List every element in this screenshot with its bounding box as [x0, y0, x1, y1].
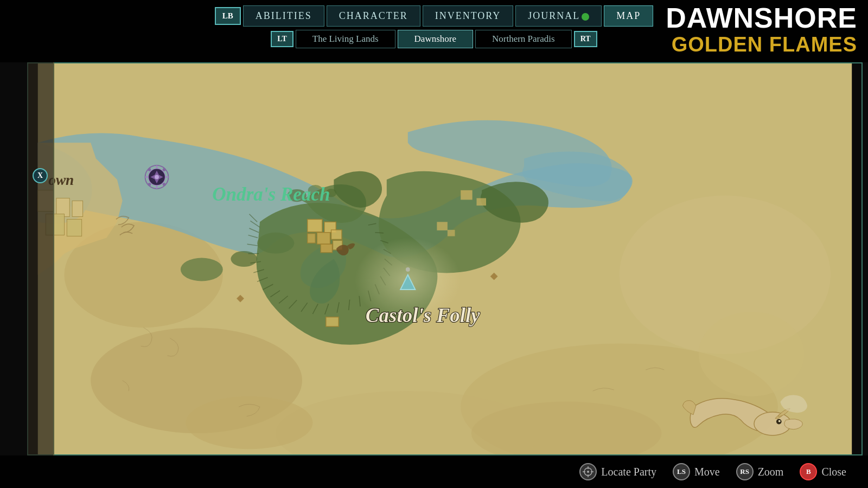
journal-notification-dot — [582, 13, 589, 21]
left-panel — [27, 62, 54, 455]
lt-button[interactable]: LT — [271, 31, 293, 47]
title-block: DAWNSHORE GOLDEN FLAMES — [666, 3, 857, 56]
svg-point-80 — [778, 420, 781, 422]
svg-text:Castol's Folly: Castol's Folly — [366, 304, 480, 326]
svg-rect-27 — [317, 233, 330, 244]
svg-rect-28 — [331, 230, 342, 240]
zoom-action: RS Zoom — [736, 463, 784, 480]
svg-point-74 — [163, 168, 166, 171]
nav-row-primary: LB ABILITIES CHARACTER INVENTORY JOURNAL… — [215, 5, 654, 27]
b-button[interactable]: B — [800, 463, 817, 480]
svg-rect-21 — [461, 190, 472, 200]
nav-inventory[interactable]: INVENTORY — [423, 5, 514, 27]
rt-button[interactable]: RT — [574, 31, 597, 47]
map-container[interactable]: own — [27, 62, 863, 455]
svg-rect-24 — [448, 230, 455, 236]
svg-rect-25 — [308, 219, 322, 232]
svg-rect-30 — [321, 244, 332, 253]
svg-point-76 — [163, 183, 166, 186]
svg-point-17 — [181, 258, 223, 281]
svg-line-59 — [375, 233, 384, 233]
svg-rect-23 — [437, 222, 447, 230]
nav-abilities[interactable]: ABILITIES — [243, 5, 324, 27]
ls-button[interactable]: LS — [673, 463, 690, 480]
svg-point-77 — [148, 183, 151, 186]
svg-rect-13 — [67, 219, 81, 236]
close-action: B Close — [800, 463, 846, 480]
locate-party-action[interactable]: Locate Party — [579, 463, 656, 480]
svg-point-63 — [406, 267, 410, 272]
tab-dawnshore[interactable]: Dawnshore — [398, 30, 473, 48]
svg-rect-29 — [308, 234, 316, 243]
svg-rect-11 — [72, 201, 82, 216]
top-navigation: LB ABILITIES CHARACTER INVENTORY JOURNAL… — [0, 0, 868, 62]
locate-party-button[interactable] — [579, 463, 597, 480]
nav-character[interactable]: CHARACTER — [327, 5, 420, 27]
rs-button[interactable]: RS — [736, 463, 754, 480]
lb-button[interactable]: LB — [215, 7, 241, 25]
svg-point-15 — [257, 233, 294, 254]
svg-text:Ondra's Reach: Ondra's Reach — [212, 184, 330, 205]
svg-point-8 — [699, 312, 805, 396]
x-button[interactable]: X — [33, 168, 48, 183]
nav-row-tabs: LT The Living Lands Dawnshore Northern P… — [271, 30, 597, 48]
svg-rect-32 — [326, 317, 339, 327]
subtitle: GOLDEN FLAMES — [666, 34, 857, 56]
zoom-label: Zoom — [758, 466, 784, 478]
move-action: LS Move — [673, 463, 720, 480]
region-title: DAWNSHORE — [666, 3, 857, 34]
svg-point-75 — [148, 168, 151, 171]
close-label: Close — [821, 466, 846, 478]
move-label: Move — [694, 466, 720, 478]
locate-party-label: Locate Party — [601, 466, 656, 478]
tab-living-lands[interactable]: The Living Lands — [296, 30, 395, 48]
bottom-action-bar: Locate Party LS Move RS Zoom B Close — [0, 455, 868, 488]
svg-point-73 — [155, 175, 159, 179]
nav-map[interactable]: MAP — [604, 5, 653, 27]
tab-northern-paradis[interactable]: Northern Paradis — [475, 30, 572, 48]
map-svg: own — [28, 63, 861, 454]
svg-rect-22 — [476, 198, 486, 206]
svg-point-84 — [587, 471, 589, 473]
nav-journal[interactable]: JOURNAL — [515, 5, 602, 27]
